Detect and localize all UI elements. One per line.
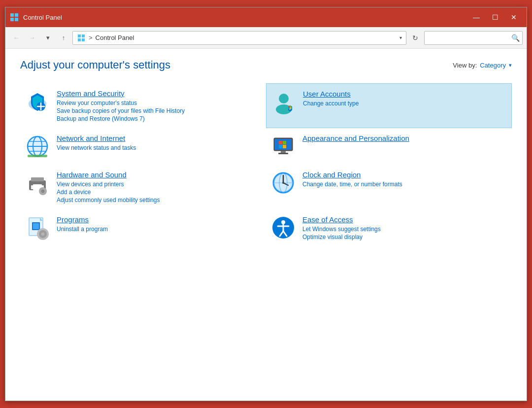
page-title: Adjust your computer's settings bbox=[20, 59, 170, 71]
address-bar-icon bbox=[77, 34, 86, 42]
svg-point-38 bbox=[42, 191, 44, 192]
programs-icon bbox=[25, 215, 50, 240]
svg-rect-15 bbox=[290, 107, 292, 109]
category-user-accounts[interactable]: User Accounts Change account type User A… bbox=[266, 83, 512, 128]
clock-content: Clock and Region Change date, time, or n… bbox=[302, 170, 507, 188]
clock-date-link[interactable]: Change date, time, or number formats bbox=[302, 181, 507, 188]
network-icon bbox=[25, 134, 50, 159]
system-backup-link[interactable]: Save backup copies of your files with Fi… bbox=[57, 107, 261, 114]
system-security-title[interactable]: System and Security bbox=[57, 89, 261, 98]
hardware-devices-link[interactable]: View devices and printers bbox=[57, 181, 261, 188]
category-hardware[interactable]: Hardware and Sound View devices and prin… bbox=[20, 165, 266, 209]
clock-icon bbox=[271, 170, 296, 195]
hardware-title[interactable]: Hardware and Sound bbox=[57, 170, 261, 179]
view-by-arrow-icon: ▾ bbox=[509, 62, 512, 68]
ease-suggest-link[interactable]: Let Windows suggest settings bbox=[302, 226, 507, 233]
forward-button[interactable]: → bbox=[25, 31, 39, 45]
svg-rect-1 bbox=[15, 13, 18, 17]
svg-rect-5 bbox=[82, 34, 85, 37]
network-content: Network and Internet View network status… bbox=[57, 134, 261, 151]
address-bar[interactable]: > Control Panel ▾ bbox=[72, 31, 406, 45]
system-security-icon bbox=[25, 89, 50, 114]
appearance-title[interactable]: Appearance and Personalization bbox=[302, 134, 507, 142]
address-separator: > bbox=[89, 34, 93, 41]
minimize-button[interactable]: — bbox=[467, 10, 485, 24]
svg-rect-22 bbox=[28, 155, 47, 157]
svg-rect-6 bbox=[78, 38, 81, 41]
svg-rect-25 bbox=[279, 141, 282, 144]
user-accounts-icon bbox=[271, 90, 296, 114]
navigation-bar: ← → ▾ ↑ > Control Panel ▾ ↻ 🔍 bbox=[5, 27, 527, 49]
search-icon: 🔍 bbox=[511, 34, 520, 42]
hardware-mobility-link[interactable]: Adjust commonly used mobility settings bbox=[57, 197, 261, 204]
svg-rect-32 bbox=[31, 177, 44, 181]
search-bar[interactable]: 🔍 bbox=[424, 31, 523, 45]
programs-title[interactable]: Programs bbox=[57, 215, 261, 224]
appearance-content: Appearance and Personalization bbox=[302, 134, 507, 144]
svg-rect-14 bbox=[289, 107, 290, 109]
svg-point-54 bbox=[42, 234, 44, 235]
category-system-security[interactable]: System and Security Review your computer… bbox=[20, 83, 266, 128]
category-clock[interactable]: Clock and Region Change date, time, or n… bbox=[266, 165, 512, 209]
svg-rect-50 bbox=[33, 223, 39, 229]
svg-rect-7 bbox=[82, 38, 85, 41]
system-review-link[interactable]: Review your computer's status bbox=[57, 100, 261, 106]
programs-content: Programs Uninstall a program bbox=[57, 215, 261, 233]
system-restore-link[interactable]: Backup and Restore (Windows 7) bbox=[57, 115, 261, 122]
main-window: Control Panel — ☐ ✕ ← → ▾ ↑ > Control Pa… bbox=[5, 7, 527, 401]
svg-rect-4 bbox=[78, 34, 81, 37]
category-ease-of-access[interactable]: Ease of Access Let Windows suggest setti… bbox=[266, 209, 512, 246]
hardware-content: Hardware and Sound View devices and prin… bbox=[57, 170, 261, 204]
svg-rect-27 bbox=[279, 145, 282, 148]
svg-rect-30 bbox=[278, 153, 288, 154]
title-bar-app-icon bbox=[9, 12, 19, 22]
svg-rect-28 bbox=[283, 145, 286, 148]
up-button[interactable]: ↑ bbox=[57, 31, 70, 45]
svg-rect-2 bbox=[10, 18, 14, 21]
ease-of-access-content: Ease of Access Let Windows suggest setti… bbox=[302, 215, 507, 240]
back-button[interactable]: ← bbox=[9, 31, 23, 45]
categories-grid: System and Security Review your computer… bbox=[20, 83, 512, 246]
title-bar-text: Control Panel bbox=[23, 14, 467, 21]
svg-point-10 bbox=[279, 94, 289, 103]
ease-of-access-icon bbox=[271, 215, 296, 240]
title-bar-controls: — ☐ ✕ bbox=[467, 10, 523, 24]
search-input[interactable] bbox=[429, 34, 511, 41]
user-accounts-title[interactable]: User Accounts bbox=[303, 90, 506, 98]
view-by-value[interactable]: Category bbox=[480, 62, 506, 69]
recent-button[interactable]: ▾ bbox=[41, 31, 55, 45]
hardware-icon bbox=[25, 170, 50, 195]
ease-visual-link[interactable]: Optimize visual display bbox=[302, 234, 507, 240]
category-network[interactable]: Network and Internet View network status… bbox=[20, 128, 266, 165]
network-title[interactable]: Network and Internet bbox=[57, 134, 261, 142]
appearance-icon bbox=[271, 134, 296, 159]
view-by-control: View by: Category ▾ bbox=[453, 62, 512, 69]
svg-rect-0 bbox=[10, 13, 14, 17]
clock-title[interactable]: Clock and Region bbox=[302, 170, 507, 179]
ease-of-access-title[interactable]: Ease of Access bbox=[302, 215, 507, 224]
category-programs[interactable]: Programs Uninstall a program bbox=[20, 209, 266, 246]
svg-rect-12 bbox=[289, 106, 290, 107]
programs-uninstall-link[interactable]: Uninstall a program bbox=[57, 226, 261, 233]
address-dropdown-icon[interactable]: ▾ bbox=[399, 35, 402, 40]
refresh-button[interactable]: ↻ bbox=[408, 31, 422, 45]
svg-rect-13 bbox=[290, 106, 292, 107]
content-area: Adjust your computer's settings View by:… bbox=[5, 49, 527, 401]
category-appearance[interactable]: Appearance and Personalization bbox=[266, 128, 512, 165]
network-status-link[interactable]: View network status and tasks bbox=[57, 144, 261, 151]
svg-rect-29 bbox=[281, 151, 286, 153]
page-header: Adjust your computer's settings View by:… bbox=[20, 59, 512, 71]
address-bar-text: Control Panel bbox=[96, 34, 397, 41]
user-change-type-link[interactable]: Change account type bbox=[303, 100, 506, 107]
system-security-content: System and Security Review your computer… bbox=[57, 89, 261, 122]
hardware-add-link[interactable]: Add a device bbox=[57, 189, 261, 196]
view-by-label: View by: bbox=[453, 62, 477, 69]
close-button[interactable]: ✕ bbox=[505, 10, 523, 24]
svg-rect-3 bbox=[15, 18, 18, 21]
svg-rect-26 bbox=[283, 141, 286, 144]
user-accounts-content: User Accounts Change account type bbox=[303, 90, 506, 107]
maximize-button[interactable]: ☐ bbox=[486, 10, 504, 24]
title-bar: Control Panel — ☐ ✕ bbox=[5, 7, 527, 27]
